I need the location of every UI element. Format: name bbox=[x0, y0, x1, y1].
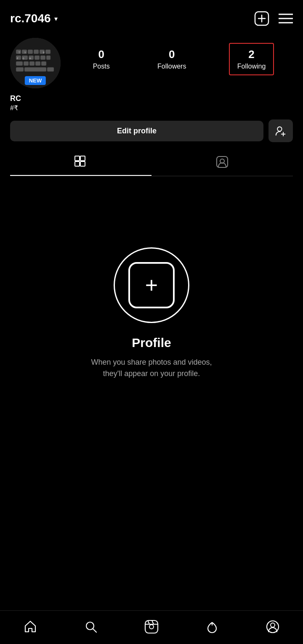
edit-profile-button[interactable]: Edit profile bbox=[10, 121, 263, 141]
svg-text:T: T bbox=[19, 51, 20, 54]
svg-text:Y: Y bbox=[24, 51, 26, 54]
following-count: 2 bbox=[248, 48, 254, 61]
profile-section: T Y F G H 9 NEW 0 Posts 0 Followers 2 bbox=[0, 34, 303, 183]
top-bar-right bbox=[254, 11, 293, 26]
upload-circle[interactable]: + bbox=[114, 247, 189, 323]
tab-tagged[interactable] bbox=[152, 149, 293, 176]
stats-row: 0 Posts 0 Followers 2 Following bbox=[69, 38, 293, 75]
action-buttons: Edit profile bbox=[10, 119, 293, 142]
svg-rect-36 bbox=[75, 156, 80, 161]
following-label: Following bbox=[237, 63, 266, 70]
svg-line-47 bbox=[148, 620, 149, 624]
upload-inner: + bbox=[128, 262, 175, 308]
svg-rect-37 bbox=[80, 156, 85, 161]
svg-rect-38 bbox=[75, 162, 80, 166]
nav-profile[interactable] bbox=[242, 620, 303, 633]
top-bar: rc.7046 ▾ bbox=[0, 0, 303, 34]
svg-rect-18 bbox=[46, 56, 50, 60]
empty-state-desc: When you share photos and videos,they'll… bbox=[91, 357, 212, 379]
profile-name: RC bbox=[10, 94, 293, 103]
nav-reels[interactable] bbox=[121, 620, 182, 634]
content-area: + Profile When you share photos and vide… bbox=[0, 183, 303, 435]
posts-stat[interactable]: 0 Posts bbox=[88, 45, 115, 73]
svg-rect-12 bbox=[45, 50, 50, 54]
followers-stat[interactable]: 0 Followers bbox=[152, 45, 191, 73]
svg-line-48 bbox=[152, 620, 154, 624]
new-badge: NEW bbox=[25, 76, 46, 85]
svg-rect-44 bbox=[145, 620, 158, 633]
svg-text:9: 9 bbox=[43, 51, 45, 54]
svg-line-43 bbox=[93, 629, 96, 632]
followers-label: Followers bbox=[157, 63, 186, 70]
upload-plus-icon: + bbox=[145, 274, 158, 296]
svg-text:H: H bbox=[29, 57, 31, 60]
svg-rect-24 bbox=[16, 67, 24, 72]
svg-point-45 bbox=[149, 625, 154, 629]
tab-grid[interactable] bbox=[10, 149, 152, 176]
svg-text:G: G bbox=[23, 57, 24, 60]
svg-rect-26 bbox=[47, 67, 54, 72]
svg-text:F: F bbox=[17, 57, 19, 60]
following-stat[interactable]: 2 Following bbox=[229, 43, 274, 75]
new-post-button[interactable] bbox=[254, 11, 269, 26]
chevron-down-icon[interactable]: ▾ bbox=[54, 15, 58, 23]
profile-info: RC #₹ bbox=[10, 94, 293, 112]
svg-rect-16 bbox=[35, 56, 40, 60]
nav-activity[interactable] bbox=[182, 620, 242, 633]
avatar-container: T Y F G H 9 NEW bbox=[10, 38, 61, 88]
profile-top-row: T Y F G H 9 NEW 0 Posts 0 Followers 2 bbox=[10, 38, 293, 88]
nav-home[interactable] bbox=[0, 620, 61, 633]
svg-point-50 bbox=[271, 623, 275, 627]
svg-rect-39 bbox=[80, 162, 85, 166]
top-bar-left: rc.7046 ▾ bbox=[10, 12, 58, 25]
bottom-nav bbox=[0, 610, 303, 644]
followers-count: 0 bbox=[169, 48, 175, 61]
add-person-button[interactable] bbox=[268, 119, 293, 142]
empty-state-title: Profile bbox=[132, 336, 171, 350]
posts-label: Posts bbox=[93, 63, 110, 70]
username-text[interactable]: rc.7046 bbox=[10, 12, 51, 25]
svg-point-33 bbox=[277, 127, 282, 131]
svg-rect-22 bbox=[35, 61, 40, 66]
svg-rect-9 bbox=[28, 50, 33, 54]
svg-rect-21 bbox=[29, 61, 35, 66]
svg-rect-23 bbox=[41, 61, 46, 66]
menu-button[interactable] bbox=[279, 13, 293, 24]
svg-rect-19 bbox=[16, 61, 23, 66]
nav-search[interactable] bbox=[61, 620, 121, 633]
posts-count: 0 bbox=[98, 48, 104, 61]
profile-hashtag: #₹ bbox=[10, 104, 293, 112]
svg-rect-17 bbox=[40, 56, 45, 60]
tabs-row bbox=[10, 149, 293, 176]
svg-rect-20 bbox=[24, 61, 29, 66]
svg-rect-25 bbox=[24, 67, 46, 72]
svg-rect-10 bbox=[34, 50, 39, 54]
